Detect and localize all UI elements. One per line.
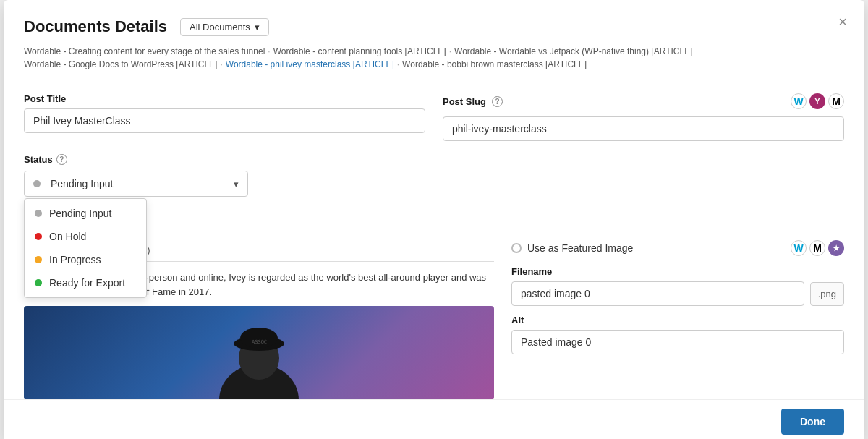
- post-slug-label: Post Slug: [443, 96, 486, 107]
- wp-icon: W: [791, 93, 807, 109]
- featured-icons: W M ★: [791, 240, 844, 256]
- post-title-label: Post Title: [24, 93, 425, 104]
- status-dot-inprogress: [35, 256, 42, 263]
- breadcrumb-item-active[interactable]: Wordable - phil ivey masterclass [ARTICL…: [226, 59, 394, 69]
- status-dropdown[interactable]: Pending Input ▾: [24, 171, 248, 197]
- slug-help-icon[interactable]: ?: [492, 96, 503, 107]
- status-section: Status ? Pending Input ▾ Pending Input O…: [24, 154, 844, 197]
- status-dot: [33, 180, 41, 187]
- status-option-label: In Progress: [49, 254, 101, 265]
- all-documents-dropdown[interactable]: All Documents ▾: [180, 18, 269, 36]
- status-help-icon[interactable]: ?: [56, 154, 67, 165]
- status-option-inprogress[interactable]: In Progress: [25, 248, 146, 271]
- right-panel: Use as Featured Image W M ★ Filename .pn…: [511, 240, 844, 400]
- breadcrumb-item[interactable]: Wordable - Google Docs to WordPress [ART…: [24, 59, 217, 69]
- status-option-onhold[interactable]: On Hold: [25, 225, 146, 248]
- status-dot-onhold: [35, 233, 42, 240]
- post-slug-input[interactable]: [443, 116, 844, 141]
- modal-title: Documents Details: [24, 17, 167, 36]
- modal-header: Documents Details All Documents ▾: [24, 17, 844, 36]
- status-option-label: Pending Input: [49, 208, 111, 219]
- status-option-label: Ready for Export: [49, 277, 125, 289]
- filename-input[interactable]: [511, 281, 804, 306]
- medium-icon: M: [828, 93, 844, 109]
- breadcrumb-row1: Wordable - Creating content for every st…: [24, 46, 844, 56]
- modal-container: Documents Details All Documents ▾ × Word…: [4, 0, 864, 439]
- status-dot-ready: [35, 279, 42, 286]
- status-dot-pending: [35, 210, 42, 217]
- breadcrumb-item[interactable]: Wordable - Wordable vs Jetpack (WP-nativ…: [454, 46, 692, 56]
- modal-footer: Done: [4, 399, 864, 439]
- alt-input[interactable]: [511, 330, 844, 354]
- status-selected-text: Pending Input: [51, 178, 226, 189]
- form-row: Post Title Post Slug ? W Y M: [24, 93, 844, 141]
- status-label: Status: [24, 154, 53, 165]
- ext-badge: .png: [810, 282, 844, 306]
- breadcrumb-item[interactable]: Wordable - bobbi brown masterclass [ARTI…: [402, 59, 587, 69]
- status-option-label: On Hold: [49, 231, 86, 242]
- featured-radio[interactable]: [511, 243, 522, 253]
- bottom-row: Content Embeddables (0) ker accomplishme…: [24, 240, 844, 400]
- alt-label: Alt: [511, 315, 844, 325]
- alt-group: Alt: [511, 315, 844, 354]
- dropdown-chevron-icon: ▾: [255, 22, 260, 33]
- post-title-input[interactable]: [24, 108, 425, 133]
- status-dropdown-menu: Pending Input On Hold In Progress Ready …: [24, 198, 147, 298]
- divider: [24, 80, 844, 80]
- post-slug-group: Post Slug ? W Y M: [443, 93, 844, 141]
- svg-text:ASSOC: ASSOC: [252, 339, 267, 345]
- filename-label: Filename: [511, 266, 844, 277]
- featured-label: Use as Featured Image: [527, 242, 633, 254]
- done-button[interactable]: Done: [781, 409, 844, 435]
- status-option-ready[interactable]: Ready for Export: [25, 271, 146, 294]
- featured-row: Use as Featured Image W M ★: [511, 240, 844, 256]
- filename-group: Filename .png: [511, 266, 844, 306]
- breadcrumb-item[interactable]: Wordable - content planning tools [ARTIC…: [273, 46, 446, 56]
- featured-wp-icon: W: [791, 240, 807, 256]
- status-chevron-icon: ▾: [234, 179, 239, 189]
- featured-extra-icon: ★: [828, 240, 844, 256]
- close-button[interactable]: ×: [838, 14, 847, 29]
- breadcrumb-item[interactable]: Wordable - Creating content for every st…: [24, 46, 265, 56]
- status-option-pending[interactable]: Pending Input: [25, 202, 146, 225]
- breadcrumb-row2: Wordable - Google Docs to WordPress [ART…: [24, 59, 844, 69]
- yoast-icon: Y: [809, 93, 825, 109]
- featured-medium-icon: M: [809, 240, 825, 256]
- image-preview: ASSOC: [24, 306, 494, 400]
- post-title-group: Post Title: [24, 93, 425, 141]
- filename-row: .png: [511, 281, 844, 306]
